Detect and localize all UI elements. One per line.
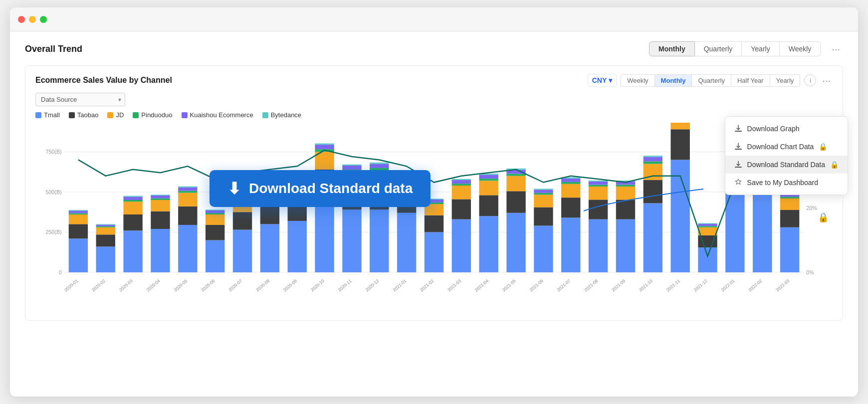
svg-rect-161	[644, 162, 662, 164]
data-source-select[interactable]: Data Source	[35, 93, 125, 106]
svg-rect-37	[151, 195, 170, 196]
minimize-button[interactable]	[29, 16, 36, 23]
app-window: Overall Trend Monthly Quarterly Yearly W…	[10, 7, 858, 397]
legend-label-bytedance: Bytedance	[271, 111, 301, 119]
legend-color-bytedance	[262, 112, 268, 118]
dropdown-item-download-chart[interactable]: Download Chart Data 🔒	[725, 138, 848, 156]
chart-tab-halfyear[interactable]: Half Year	[731, 74, 770, 87]
tab-quarterly[interactable]: Quarterly	[695, 41, 742, 56]
svg-text:0: 0	[59, 269, 62, 275]
svg-text:750(B): 750(B)	[45, 149, 61, 155]
svg-rect-158	[644, 203, 662, 272]
svg-rect-78	[315, 145, 334, 149]
svg-rect-20	[96, 227, 115, 235]
currency-selector[interactable]: CNY ▾	[588, 74, 617, 87]
tab-weekly[interactable]: Weekly	[780, 41, 821, 56]
svg-rect-139	[561, 184, 580, 198]
svg-rect-176	[698, 224, 717, 226]
overall-more-button[interactable]: ···	[829, 43, 843, 55]
svg-rect-172	[698, 247, 717, 272]
svg-rect-46	[206, 240, 224, 272]
svg-text:2020-09: 2020-09	[282, 278, 298, 293]
close-button[interactable]	[18, 16, 25, 23]
legend-label-tmall: Tmall	[44, 111, 60, 119]
tab-yearly[interactable]: Yearly	[742, 41, 779, 56]
chart-tab-monthly[interactable]: Monthly	[655, 74, 692, 87]
svg-rect-88	[370, 209, 389, 272]
legend-label-pdd: Pinduoduo	[141, 111, 172, 119]
svg-rect-135	[534, 189, 553, 190]
svg-rect-47	[206, 225, 224, 240]
svg-rect-51	[206, 209, 224, 210]
dropdown-item-save-dashboard[interactable]: Save to My Dashboard	[725, 174, 848, 192]
svg-rect-119	[479, 179, 498, 181]
svg-text:2021-01: 2021-01	[392, 278, 407, 293]
svg-rect-19	[96, 234, 115, 246]
legend-item-taobao: Taobao	[69, 111, 99, 119]
svg-rect-174	[698, 227, 717, 235]
svg-rect-30	[123, 196, 142, 197]
svg-rect-152	[616, 200, 635, 219]
info-button[interactable]: i	[804, 74, 816, 86]
chart-svg: 0250(B)500(B)750(B)0%20%40%2020-012020-0…	[35, 123, 833, 312]
svg-text:20%: 20%	[806, 205, 817, 211]
dropdown-item-download-standard[interactable]: Download Standard Data 🔒	[725, 156, 848, 174]
lock-icon-chart: 🔒	[818, 212, 829, 223]
chart-tab-quarterly[interactable]: Quarterly	[692, 74, 731, 87]
svg-text:0%: 0%	[806, 269, 814, 275]
svg-rect-113	[452, 180, 471, 184]
chart-controls: CNY ▾ Weekly Monthly Quarterly Half Year…	[588, 74, 833, 87]
svg-rect-147	[589, 185, 608, 187]
svg-rect-193	[780, 227, 799, 272]
svg-text:2020-12: 2020-12	[365, 278, 380, 293]
svg-rect-175	[698, 226, 717, 227]
svg-text:2021-04: 2021-04	[474, 278, 489, 293]
chart-legend: Tmall Taobao JD Pinduoduo Kuaishou Ecomm…	[35, 111, 833, 119]
svg-rect-167	[670, 123, 689, 129]
svg-text:2020-04: 2020-04	[146, 278, 161, 293]
legend-color-tmall	[35, 112, 41, 118]
svg-text:2022-03: 2022-03	[775, 278, 790, 293]
legend-item-pdd: Pinduoduo	[133, 111, 172, 119]
maximize-button[interactable]	[40, 16, 47, 23]
svg-rect-145	[589, 200, 608, 219]
svg-rect-133	[534, 193, 553, 195]
chart-tab-weekly[interactable]: Weekly	[621, 74, 654, 87]
chart-tab-yearly[interactable]: Yearly	[770, 74, 801, 87]
svg-rect-40	[178, 206, 197, 225]
svg-text:2021-08: 2021-08	[583, 278, 599, 293]
svg-rect-67	[288, 221, 307, 272]
svg-text:2021-02: 2021-02	[419, 278, 434, 293]
chart-more-button[interactable]: ···	[820, 75, 833, 86]
overall-trend-header: Overall Trend Monthly Quarterly Yearly W…	[25, 41, 843, 56]
svg-rect-130	[534, 226, 553, 272]
dropdown-item-download-graph[interactable]: Download Graph	[725, 120, 848, 138]
svg-rect-200	[735, 131, 742, 132]
svg-rect-54	[233, 212, 252, 229]
svg-rect-23	[96, 224, 115, 224]
download-chart-icon	[734, 143, 742, 151]
tab-monthly[interactable]: Monthly	[649, 41, 695, 56]
svg-rect-21	[96, 226, 115, 227]
download-standard-tooltip[interactable]: ⬇ Download Standard data	[210, 170, 431, 207]
svg-rect-29	[123, 197, 142, 200]
svg-rect-144	[589, 219, 608, 272]
svg-rect-93	[370, 163, 389, 164]
svg-rect-18	[96, 246, 115, 272]
svg-rect-153	[616, 187, 635, 200]
svg-rect-32	[151, 229, 170, 272]
svg-rect-154	[616, 185, 635, 187]
svg-text:2021-09: 2021-09	[611, 278, 626, 293]
legend-label-kuaishou: Kuaishou Ecommerce	[190, 111, 253, 119]
chart-period-tabs: Weekly Monthly Quarterly Half Year Yearl…	[621, 74, 800, 87]
svg-rect-41	[178, 193, 197, 206]
svg-rect-196	[780, 197, 799, 199]
legend-color-jd	[107, 112, 113, 118]
svg-rect-194	[780, 210, 799, 227]
svg-rect-42	[178, 191, 197, 193]
svg-rect-33	[151, 211, 170, 229]
legend-item-kuaishou: Kuaishou Ecommerce	[182, 111, 253, 119]
svg-rect-22	[96, 225, 115, 226]
legend-color-pdd	[133, 112, 139, 118]
svg-text:2020-07: 2020-07	[227, 278, 243, 293]
